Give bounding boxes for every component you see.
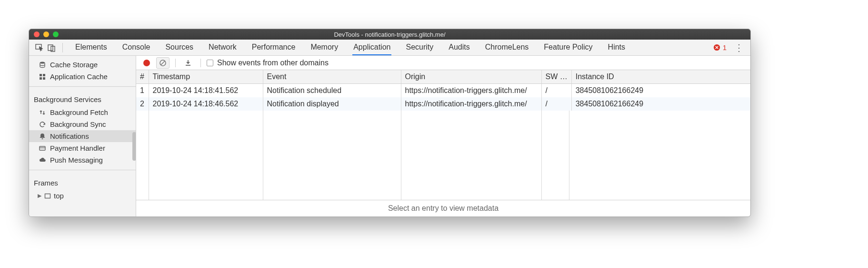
sidebar-item-label: Notifications <box>50 132 89 140</box>
svg-rect-10 <box>40 146 45 150</box>
table-body: 12019-10-24 14:18:41.562Notification sch… <box>136 84 750 111</box>
cell-or: https://notification-triggers.glitch.me/ <box>401 97 541 111</box>
tab-network[interactable]: Network <box>208 40 238 55</box>
svg-line-14 <box>161 61 165 65</box>
svg-rect-6 <box>43 74 45 76</box>
separator <box>200 59 201 67</box>
bell-icon <box>39 133 46 140</box>
devtools-window: DevTools - notification-triggers.glitch.… <box>29 29 751 217</box>
sidebar-item-background-fetch[interactable]: Background Fetch <box>29 106 136 118</box>
svg-rect-12 <box>45 194 50 198</box>
tab-application[interactable]: Application <box>352 40 391 55</box>
cell-ts: 2019-10-24 14:18:41.562 <box>149 84 263 98</box>
sidebar-item-label: Background Sync <box>50 120 106 128</box>
sync-icon <box>39 121 46 128</box>
kebab-menu-icon[interactable]: ⋮ <box>731 42 747 53</box>
tab-chromelens[interactable]: ChromeLens <box>484 40 530 55</box>
application-sidebar: Cache StorageApplication Cache Backgroun… <box>29 56 136 216</box>
table-row[interactable]: 12019-10-24 14:18:41.562Notification sch… <box>136 84 750 98</box>
events-toolbar: Show events from other domains <box>136 56 750 70</box>
checkbox-label: Show events from other domains <box>217 59 329 67</box>
cell-or: https://notification-triggers.glitch.me/ <box>401 84 541 98</box>
separator <box>62 43 63 52</box>
database-icon <box>39 61 46 69</box>
separator <box>29 86 136 87</box>
device-toolbar-icon[interactable] <box>45 41 58 54</box>
svg-rect-1 <box>48 45 53 51</box>
tab-security[interactable]: Security <box>405 40 434 55</box>
record-button[interactable] <box>140 57 153 69</box>
svg-rect-5 <box>40 74 42 76</box>
frame-icon <box>44 193 51 199</box>
events-table: #TimestampEventOriginSW …Instance ID 120… <box>136 70 750 216</box>
checkbox-icon <box>207 60 213 66</box>
tab-sources[interactable]: Sources <box>164 40 194 55</box>
svg-rect-15 <box>186 65 190 66</box>
cell-ts: 2019-10-24 14:18:46.562 <box>149 97 263 111</box>
details-placeholder: Select an entry to view metadata <box>136 200 750 216</box>
sidebar-item-label: Cache Storage <box>50 61 98 69</box>
svg-rect-7 <box>40 77 42 80</box>
sidebar-item-push-messaging[interactable]: Push Messaging <box>29 154 136 166</box>
frames-top-label: top <box>54 192 64 200</box>
cell-n: 2 <box>136 97 149 111</box>
inspect-icon[interactable] <box>33 41 45 54</box>
panel-body: Cache StorageApplication Cache Backgroun… <box>29 56 750 216</box>
devtools-tabs: ElementsConsoleSourcesNetworkPerformance… <box>68 40 626 55</box>
error-badge[interactable]: 1 <box>713 43 727 52</box>
cell-sw: / <box>541 84 571 98</box>
tab-console[interactable]: Console <box>121 40 151 55</box>
tab-hints[interactable]: Hints <box>607 40 626 55</box>
clear-icon <box>159 59 167 67</box>
sidebar-item-label: Application Cache <box>50 72 108 81</box>
record-icon <box>143 60 150 66</box>
cell-id: 3845081062166249 <box>571 84 750 98</box>
tab-audits[interactable]: Audits <box>448 40 470 55</box>
transfer-icon <box>39 109 46 116</box>
column-header[interactable]: # <box>136 70 149 84</box>
tab-performance[interactable]: Performance <box>251 40 297 55</box>
disclosure-triangle-icon[interactable]: ▶ <box>38 193 41 199</box>
cell-sw: / <box>541 97 571 111</box>
sidebar-item-frames-top[interactable]: ▶ top <box>29 190 136 202</box>
cell-ev: Notification displayed <box>263 97 401 111</box>
sidebar-item-application-cache[interactable]: Application Cache <box>29 71 136 82</box>
main-panel: Show events from other domains #Timestam… <box>136 56 750 216</box>
column-header[interactable]: Instance ID <box>571 70 750 84</box>
table-empty-area <box>136 111 750 200</box>
grid-icon <box>39 73 46 81</box>
sidebar-item-cache-storage[interactable]: Cache Storage <box>29 59 136 71</box>
column-header[interactable]: SW … <box>541 70 571 84</box>
svg-rect-9 <box>42 138 43 139</box>
column-header[interactable]: Origin <box>401 70 541 84</box>
tab-memory[interactable]: Memory <box>309 40 339 55</box>
window-title: DevTools - notification-triggers.glitch.… <box>29 31 750 38</box>
table-header-row: #TimestampEventOriginSW …Instance ID <box>136 70 750 84</box>
column-header[interactable]: Event <box>263 70 401 84</box>
devtools-tabstrip: ElementsConsoleSourcesNetworkPerformance… <box>29 40 750 56</box>
svg-point-4 <box>40 62 45 63</box>
cloud-icon <box>39 156 46 164</box>
card-icon <box>39 144 46 152</box>
show-other-domains-checkbox[interactable]: Show events from other domains <box>207 59 329 67</box>
clear-button[interactable] <box>156 57 170 69</box>
sidebar-item-label: Push Messaging <box>50 156 103 164</box>
sidebar-item-background-sync[interactable]: Background Sync <box>29 118 136 130</box>
cell-n: 1 <box>136 84 149 98</box>
sidebar-item-label: Payment Handler <box>50 144 105 152</box>
cell-ev: Notification scheduled <box>263 84 401 98</box>
separator <box>29 170 136 170</box>
download-icon <box>184 59 192 67</box>
sidebar-item-notifications[interactable]: Notifications <box>29 130 136 142</box>
sidebar-item-label: Background Fetch <box>50 108 108 116</box>
download-button[interactable] <box>181 57 195 69</box>
tab-elements[interactable]: Elements <box>74 40 108 55</box>
tab-feature-policy[interactable]: Feature Policy <box>543 40 593 55</box>
sidebar-item-payment-handler[interactable]: Payment Handler <box>29 142 136 154</box>
cell-id: 3845081062166249 <box>571 97 750 111</box>
sidebar-section-header: Frames <box>29 174 136 190</box>
separator <box>175 59 176 67</box>
column-header[interactable]: Timestamp <box>149 70 263 84</box>
table-row[interactable]: 22019-10-24 14:18:46.562Notification dis… <box>136 97 750 111</box>
error-count: 1 <box>723 43 727 52</box>
